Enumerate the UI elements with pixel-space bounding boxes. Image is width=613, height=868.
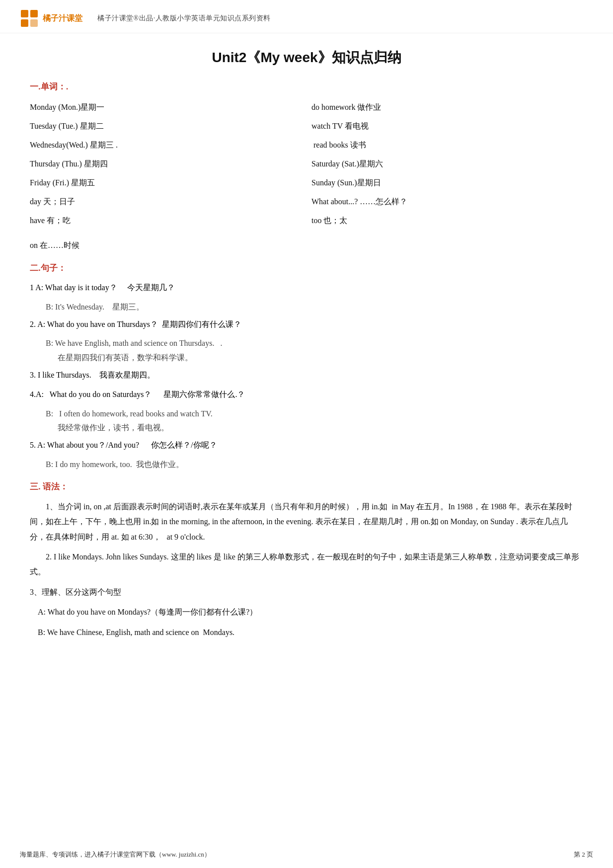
vocab-item: Monday (Mon.)星期一 bbox=[30, 99, 302, 115]
vocab-item: Wednesday(Wed.) 星期三 . bbox=[30, 137, 302, 153]
svg-rect-2 bbox=[21, 19, 28, 27]
sentence-answer-4b: 我经常做作业，读书，看电视。 bbox=[30, 421, 583, 435]
sentence-answer-2b: 在星期四我们有英语，数学和科学课。 bbox=[30, 351, 583, 365]
sentence-item-5: 5. A: What about you？/And you? 你怎么样？/你呢？ bbox=[30, 438, 583, 453]
grammar-p5: B: We have Chinese, English, math and sc… bbox=[30, 625, 583, 640]
sentences: 1 A: What day is it today？ 今天星期几？ B: It'… bbox=[30, 281, 583, 472]
vocab-item: Thursday (Thu.) 星期四 bbox=[30, 156, 302, 172]
sentence-num: 3. bbox=[30, 371, 38, 379]
sentence-item-3: 3. I like Thursdays. 我喜欢星期四。 bbox=[30, 368, 583, 383]
svg-rect-1 bbox=[30, 10, 38, 17]
grammar: 1、当介词 in, on ,at 后面跟表示时间的词语时,表示在某年或某月（当只… bbox=[30, 499, 583, 640]
section1-heading: 一.单词：. bbox=[30, 81, 583, 92]
svg-rect-3 bbox=[30, 19, 38, 27]
svg-rect-0 bbox=[21, 10, 28, 17]
vocab-item: read books 读书 bbox=[311, 137, 583, 153]
sentence-item-2: 2. A: What do you have on Thursdays？ 星期四… bbox=[30, 317, 583, 332]
logo-text: 橘子汁课堂 bbox=[43, 13, 82, 24]
sentence-answer-4a: B: I often do homework, read books and w… bbox=[30, 407, 583, 421]
sentence-answer-2a: B: We have English, math and science on … bbox=[30, 336, 583, 351]
logo-icon bbox=[20, 9, 39, 28]
sentence-num: 2. bbox=[30, 320, 37, 328]
section2-heading: 二.句子： bbox=[30, 262, 583, 274]
header-subtitle: 橘子汁课堂®出品·人教版小学英语单元知识点系列资料 bbox=[97, 14, 271, 23]
sentence-num: 1 bbox=[30, 283, 35, 292]
main-title: Unit2《My week》知识点归纳 bbox=[20, 48, 593, 67]
vocab-item: What about...? ……怎么样？ bbox=[311, 194, 583, 210]
content: 一.单词：. Monday (Mon.)星期一 do homework 做作业 … bbox=[0, 81, 613, 675]
footer-right-text: 第 2 页 bbox=[574, 850, 593, 859]
sentence-a-label: A: What do you have on Thursdays？ bbox=[37, 320, 158, 328]
logo-area: 橘子汁课堂 bbox=[20, 9, 82, 28]
vocab-grid: Monday (Mon.)星期一 do homework 做作业 Tuesday… bbox=[30, 99, 583, 229]
section3-heading: 三. 语法： bbox=[30, 481, 583, 492]
vocab-item: Sunday (Sun.)星期日 bbox=[311, 175, 583, 191]
vocab-item: watch TV 看电视 bbox=[311, 118, 583, 134]
vocab-item: day 天；日子 bbox=[30, 194, 302, 210]
sentence-a-label: A: What day is it today？ bbox=[35, 283, 117, 292]
vocab-item: Saturday (Sat.)星期六 bbox=[311, 156, 583, 172]
sentence-item-4: 4.A: What do you do on Saturdays？ 星期六你常常… bbox=[30, 388, 583, 402]
footer-left-text: 海量题库、专项训练，进入橘子汁课堂官网下载（www. juzizhi.cn） bbox=[20, 850, 211, 859]
vocab-item: do homework 做作业 bbox=[311, 99, 583, 115]
header: 橘子汁课堂 橘子汁课堂®出品·人教版小学英语单元知识点系列资料 bbox=[0, 0, 613, 33]
page: 橘子汁课堂 橘子汁课堂®出品·人教版小学英语单元知识点系列资料 Unit2《My… bbox=[0, 0, 613, 868]
sentence-5a-label: 5. A: What about you？/And you? bbox=[30, 441, 139, 449]
sentence-4a-label: 4.A: What do you do on Saturdays？ bbox=[30, 390, 152, 398]
vocab-item: have 有；吃 bbox=[30, 213, 302, 229]
vocab-item: Tuesday (Tue.) 星期二 bbox=[30, 118, 302, 134]
vocab-item: Friday (Fri.) 星期五 bbox=[30, 175, 302, 191]
grammar-p1: 1、当介词 in, on ,at 后面跟表示时间的词语时,表示在某年或某月（当只… bbox=[30, 499, 583, 545]
grammar-p4: A: What do you have on Mondays?（每逢周一你们都有… bbox=[30, 605, 583, 620]
main-title-area: Unit2《My week》知识点归纳 bbox=[0, 33, 613, 77]
vocab-single: on 在……时候 bbox=[30, 237, 583, 253]
vocab-item: too 也；太 bbox=[311, 213, 583, 229]
sentence-answer-5: B: I do my homework, too. 我也做作业。 bbox=[30, 458, 583, 472]
sentence-item-1: 1 A: What day is it today？ 今天星期几？ bbox=[30, 281, 583, 295]
footer: 海量题库、专项训练，进入橘子汁课堂官网下载（www. juzizhi.cn） 第… bbox=[0, 850, 613, 859]
sentence-answer-1: B: It's Wednesday. 星期三。 bbox=[30, 300, 583, 315]
grammar-p3: 3、理解、区分这两个句型 bbox=[30, 585, 583, 600]
grammar-p2: 2. I like Mondays. John likes Sundays. 这… bbox=[30, 550, 583, 580]
